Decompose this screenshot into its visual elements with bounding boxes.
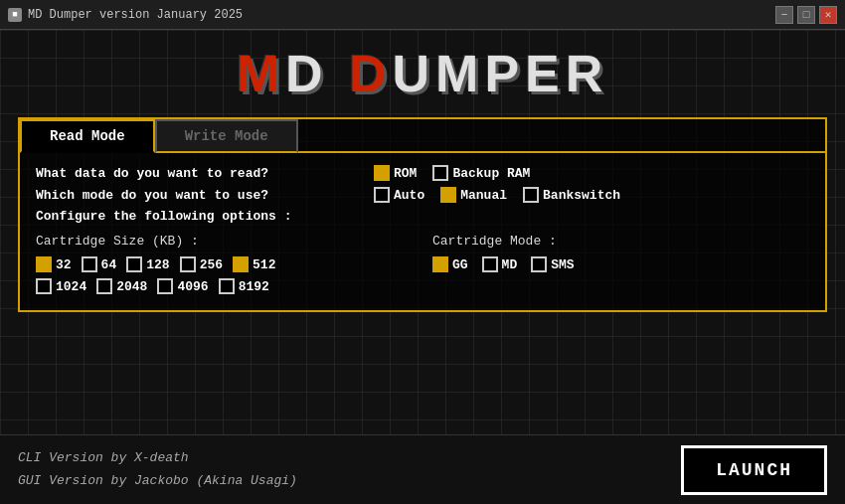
rom-checkbox[interactable] (374, 165, 390, 181)
mode-sms[interactable]: SMS (531, 256, 574, 272)
bankswitch-label: Bankswitch (543, 188, 620, 203)
size-2048-checkbox[interactable] (96, 278, 112, 294)
manual-checkbox[interactable] (440, 187, 456, 203)
size-256-label: 256 (200, 257, 223, 272)
logo-umper: UMPER (393, 45, 609, 102)
data-type-row: What data do you want to read? ROM Backu… (36, 165, 809, 181)
main-panel: Read Mode Write Mode What data do you wa… (18, 117, 827, 312)
backup-ram-label: Backup RAM (452, 166, 530, 181)
data-type-options: ROM Backup RAM (374, 165, 530, 181)
rom-label: ROM (394, 166, 417, 181)
size-512[interactable]: 512 (233, 256, 275, 272)
logo-d: D (285, 45, 329, 102)
size-4096[interactable]: 4096 (157, 278, 208, 294)
mode-gg-label: GG (452, 257, 468, 272)
panel-content: What data do you want to read? ROM Backu… (20, 153, 825, 310)
size-4096-checkbox[interactable] (157, 278, 173, 294)
size-64-label: 64 (101, 257, 117, 272)
read-mode-row: Which mode do you want to use? Auto Manu… (36, 187, 809, 203)
credit-line-1: CLI Version by X-death (18, 447, 297, 469)
manual-option[interactable]: Manual (440, 187, 507, 203)
size-512-checkbox[interactable] (233, 256, 249, 272)
read-mode-options: Auto Manual Bankswitch (374, 187, 620, 203)
size-row-2: 1024 2048 4096 8192 (36, 278, 413, 294)
titlebar-controls: − □ ✕ (775, 6, 837, 24)
logo-area: MD DUMPER (0, 30, 845, 109)
backup-ram-checkbox[interactable] (432, 165, 448, 181)
mode-md[interactable]: MD (482, 256, 518, 272)
size-32-label: 32 (56, 257, 72, 272)
credit-line-2: GUI Version by Jackobo (Akina Usagi) (18, 470, 297, 492)
tab-bar: Read Mode Write Mode (20, 119, 825, 153)
size-256[interactable]: 256 (180, 256, 223, 272)
rom-option[interactable]: ROM (374, 165, 417, 181)
logo-m: M (237, 45, 285, 102)
data-type-label: What data do you want to read? (36, 166, 374, 181)
size-8192-checkbox[interactable] (219, 278, 235, 294)
bankswitch-option[interactable]: Bankswitch (523, 187, 620, 203)
bottom-bar: CLI Version by X-death GUI Version by Ja… (0, 434, 845, 504)
size-section-title: Cartridge Size (KB) : (36, 234, 413, 249)
size-section: Cartridge Size (KB) : 32 64 (36, 234, 413, 294)
maximize-button[interactable]: □ (797, 6, 815, 24)
auto-label: Auto (394, 188, 424, 203)
main-content: MD DUMPER Read Mode Write Mode What data… (0, 30, 845, 504)
size-2048-label: 2048 (116, 279, 147, 294)
minimize-button[interactable]: − (775, 6, 793, 24)
logo-space (329, 45, 349, 102)
size-128-checkbox[interactable] (126, 256, 142, 272)
mode-sms-label: SMS (551, 257, 574, 272)
size-1024-checkbox[interactable] (36, 278, 52, 294)
mode-gg-checkbox[interactable] (432, 256, 448, 272)
size-2048[interactable]: 2048 (96, 278, 147, 294)
launch-button[interactable]: LAUNCH (681, 445, 827, 495)
manual-label: Manual (460, 188, 507, 203)
app-logo: MD DUMPER (237, 48, 609, 99)
mode-sms-checkbox[interactable] (531, 256, 547, 272)
size-128[interactable]: 128 (126, 256, 169, 272)
titlebar: ■ MD Dumper version January 2025 − □ ✕ (0, 0, 845, 30)
size-1024-label: 1024 (56, 279, 86, 294)
titlebar-left: ■ MD Dumper version January 2025 (8, 8, 243, 22)
auto-option[interactable]: Auto (374, 187, 424, 203)
size-1024[interactable]: 1024 (36, 278, 86, 294)
tab-write-mode[interactable]: Write Mode (155, 119, 298, 153)
app-icon: ■ (8, 8, 22, 22)
auto-checkbox[interactable] (374, 187, 390, 203)
mode-section: Cartridge Mode : GG MD SMS (413, 234, 809, 294)
bankswitch-checkbox[interactable] (523, 187, 539, 203)
mode-md-checkbox[interactable] (482, 256, 498, 272)
tab-read-mode[interactable]: Read Mode (20, 119, 155, 153)
mode-section-title: Cartridge Mode : (432, 234, 809, 249)
size-row-1: 32 64 128 256 (36, 256, 413, 272)
size-128-label: 128 (146, 257, 169, 272)
size-256-checkbox[interactable] (180, 256, 196, 272)
options-area: Cartridge Size (KB) : 32 64 (36, 234, 809, 294)
size-64-checkbox[interactable] (82, 256, 97, 272)
configure-label: Configure the following options : (36, 209, 809, 224)
size-32-checkbox[interactable] (36, 256, 52, 272)
backup-ram-option[interactable]: Backup RAM (432, 165, 530, 181)
size-32[interactable]: 32 (36, 256, 72, 272)
logo-d2: D (349, 45, 393, 102)
size-8192-label: 8192 (239, 279, 269, 294)
titlebar-title: MD Dumper version January 2025 (28, 8, 243, 22)
size-64[interactable]: 64 (82, 256, 117, 272)
close-button[interactable]: ✕ (819, 6, 837, 24)
read-mode-label: Which mode do you want to use? (36, 188, 374, 203)
mode-md-label: MD (502, 257, 518, 272)
mode-options: GG MD SMS (432, 256, 809, 272)
size-8192[interactable]: 8192 (219, 278, 269, 294)
credits: CLI Version by X-death GUI Version by Ja… (18, 447, 297, 491)
size-512-label: 512 (253, 257, 275, 272)
size-4096-label: 4096 (177, 279, 208, 294)
mode-gg[interactable]: GG (432, 256, 468, 272)
